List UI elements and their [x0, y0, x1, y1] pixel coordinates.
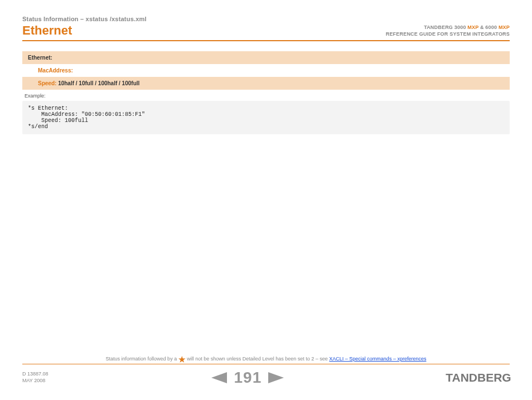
svg-marker-0	[211, 372, 227, 383]
doc-date: MAY 2008	[22, 378, 49, 384]
row-macaddress: MacAddress:	[22, 64, 510, 77]
footnote-post: will not be shown unless Detailed Level …	[187, 356, 329, 362]
footnote-pre: Status information followed by a	[106, 356, 178, 362]
hdr-mxp-1: MXP	[466, 25, 479, 30]
document-header-right: TANDBERG 3000 MXP & 6000 MXP REFERENCE G…	[386, 25, 510, 37]
hdr-mxp-2: MXP	[497, 25, 510, 30]
footer-rule	[22, 364, 510, 364]
page-title: Ethernet	[22, 25, 72, 37]
example-label: Example:	[22, 90, 510, 101]
arrow-left-icon	[211, 372, 227, 383]
pager: 191	[211, 369, 284, 387]
doc-id: D 13887.08	[22, 371, 49, 378]
svg-marker-1	[268, 372, 284, 383]
row-ethernet: Ethernet:	[22, 51, 510, 64]
breadcrumb: Status Information – xstatus /xstatus.xm…	[22, 16, 510, 22]
page-number: 191	[234, 369, 262, 387]
speed-label: Speed:	[38, 80, 58, 86]
footnote: Status information followed by a ★ will …	[22, 356, 510, 364]
example-code: *s Ethernet: MacAddress: "00:50:60:01:85…	[22, 101, 510, 134]
arrow-right-icon	[268, 372, 284, 383]
status-table: Ethernet: MacAddress: Speed: 10half / 10…	[22, 51, 510, 90]
doc-info: D 13887.08 MAY 2008	[22, 371, 49, 384]
brand-logo: TANDBERG	[446, 372, 511, 384]
footnote-link[interactable]: XACLI – Special commands – xpreferences	[329, 356, 426, 362]
hdr-product-1: TANDBERG 3000	[424, 25, 466, 30]
row-speed: Speed: 10half / 10full / 100half / 100fu…	[22, 77, 510, 90]
title-rule	[22, 40, 510, 41]
prev-page-button[interactable]	[211, 372, 227, 383]
star-icon: ★	[178, 355, 186, 364]
speed-values: 10half / 10full / 100half / 100full	[58, 80, 139, 86]
next-page-button[interactable]	[268, 372, 284, 383]
hdr-amp: & 6000	[478, 25, 497, 30]
hdr-subtitle: REFERENCE GUIDE FOR SYSTEM INTEGRATORS	[386, 31, 510, 37]
